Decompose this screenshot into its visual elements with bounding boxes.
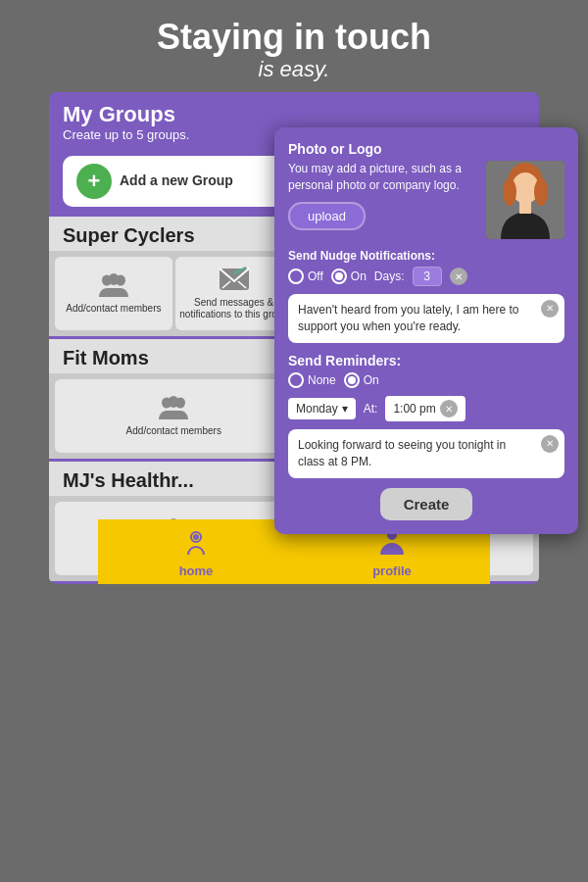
days-input[interactable] [413, 267, 442, 286]
nudge-message-text: Haven't heard from you lately, I am here… [298, 303, 519, 333]
photo-section-title: Photo or Logo [288, 141, 564, 157]
reminder-none-label: None [308, 373, 336, 387]
nudge-message-clear[interactable]: ✕ [541, 300, 559, 318]
photo-desc: You may add a picture, such as a persona… [288, 161, 476, 194]
nudge-options-row: Off On Days: ✕ [288, 267, 564, 286]
nudge-off-radio[interactable]: Off [288, 269, 323, 284]
popup-overlay: Photo or Logo You may add a picture, suc… [59, 127, 588, 882]
nudge-message-box[interactable]: Haven't heard from you lately, I am here… [288, 294, 564, 343]
day-time-row: Monday ▾ At: 1:00 pm ✕ [288, 396, 564, 421]
photo-placeholder [486, 161, 564, 239]
nudge-on-label: On [351, 270, 367, 283]
upload-button[interactable]: upload [288, 202, 366, 230]
at-label: At: [364, 402, 378, 416]
reminder-none-circle[interactable] [288, 372, 304, 388]
time-clear-button[interactable]: ✕ [440, 400, 458, 417]
nudge-off-label: Off [308, 270, 323, 283]
nudge-on-radio[interactable]: On [331, 269, 367, 284]
nudge-on-circle[interactable] [331, 269, 347, 284]
reminder-on-label: On [364, 373, 379, 387]
svg-point-34 [534, 178, 548, 206]
reminder-message-clear[interactable]: ✕ [541, 435, 559, 453]
days-label: Days: [374, 270, 405, 283]
header-subtitle: is easy. [39, 57, 549, 82]
photo-text-col: You may add a picture, such as a persona… [288, 161, 476, 230]
reminder-options-row: None On [288, 372, 564, 388]
reminder-none-radio[interactable]: None [288, 372, 336, 388]
reminder-message-box[interactable]: Looking forward to seeing you tonight in… [288, 429, 564, 478]
day-select[interactable]: Monday ▾ [288, 398, 356, 419]
my-groups-title: My Groups [63, 102, 525, 127]
reminder-section-title: Send Reminders: [288, 353, 564, 368]
create-button[interactable]: Create [380, 488, 473, 520]
reminder-on-radio[interactable]: On [344, 372, 379, 388]
time-value: 1:00 pm [393, 402, 435, 416]
nudge-off-circle[interactable] [288, 269, 304, 284]
info-settings-popup: Photo or Logo You may add a picture, suc… [274, 127, 578, 534]
svg-point-33 [503, 178, 516, 206]
svg-rect-35 [519, 202, 531, 214]
chevron-down-icon: ▾ [342, 402, 348, 416]
nudge-section-title: Send Nudge Notifications: [288, 249, 564, 263]
days-clear-button[interactable]: ✕ [450, 268, 467, 285]
reminder-on-circle[interactable] [344, 372, 360, 388]
time-input[interactable]: 1:00 pm ✕ [385, 396, 465, 421]
page-header: Staying in touch is easy. [0, 0, 588, 92]
photo-row: You may add a picture, such as a persona… [288, 161, 564, 239]
day-value: Monday [296, 402, 338, 416]
header-title: Staying in touch [39, 18, 549, 57]
reminder-message-text: Looking forward to seeing you tonight in… [298, 438, 506, 468]
